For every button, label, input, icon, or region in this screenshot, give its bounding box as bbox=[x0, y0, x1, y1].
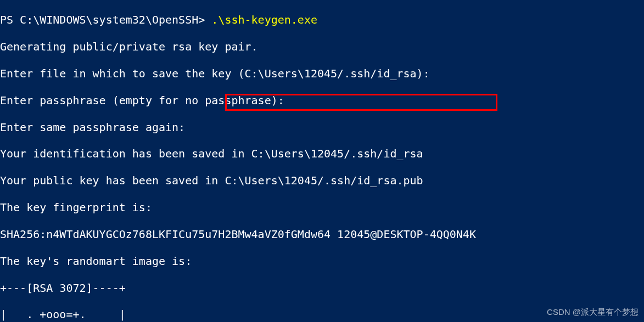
output-line: Your public key has been saved in C:\Use… bbox=[0, 174, 644, 187]
output-line: SHA256:n4WTdAKUYGCOz768LKFICu75u7H2BMw4a… bbox=[0, 228, 644, 241]
output-line: The key's randomart image is: bbox=[0, 255, 644, 268]
randomart-line: +---[RSA 3072]----+ bbox=[0, 281, 644, 295]
output-line: Your identification has been saved in C:… bbox=[0, 147, 644, 160]
ps-prompt: PS C:\WINDOWS\system32\OpenSSH> bbox=[0, 13, 211, 26]
output-line: Enter file in which to save the key (C:\… bbox=[0, 67, 644, 80]
output-line: Generating public/private rsa key pair. bbox=[0, 40, 644, 53]
output-line: Enter same passphrase again: bbox=[0, 121, 644, 134]
output-text: Your public key has been saved i bbox=[0, 174, 211, 187]
powershell-terminal[interactable]: PS C:\WINDOWS\system32\OpenSSH> .\ssh-ke… bbox=[0, 0, 644, 322]
prompt-line: PS C:\WINDOWS\system32\OpenSSH> .\ssh-ke… bbox=[0, 13, 644, 26]
output-line: Enter passphrase (empty for no passphras… bbox=[0, 94, 644, 107]
typed-command: .\ssh-keygen.exe bbox=[211, 13, 317, 26]
randomart-line: | . +ooo=+. | bbox=[0, 308, 644, 321]
output-text-highlighted: n C:\Users\12045/.ssh/id_rsa.pub bbox=[211, 174, 423, 187]
output-line: The key fingerprint is: bbox=[0, 201, 644, 214]
